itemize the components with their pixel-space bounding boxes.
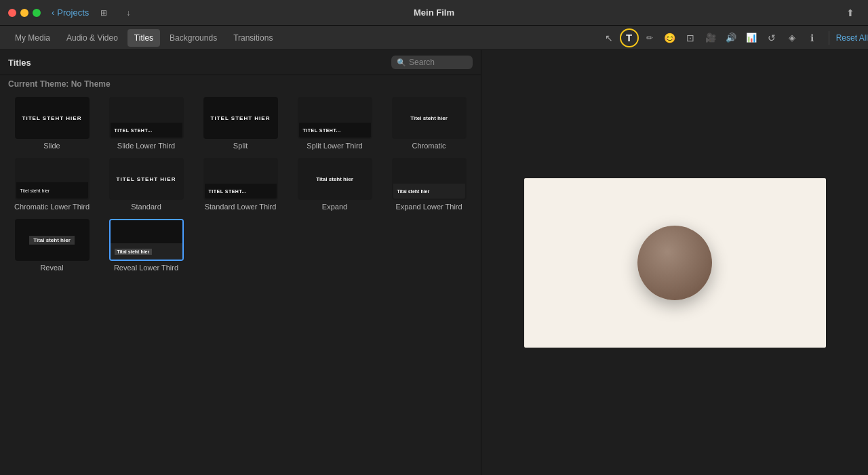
title-label: Standard Lower Third [205, 203, 277, 211]
preview-area: 6 [481, 50, 868, 475]
thumb-text: TITEL STEHT HIER [20, 115, 85, 121]
list-item[interactable]: Tital steht hier Reveal Lower Third [102, 219, 190, 272]
theme-label: Current Theme: No Theme [0, 75, 481, 94]
thumb-text: Titel steht hier [410, 115, 448, 121]
thumb-text: Titel steht hier [20, 188, 50, 193]
thumb-text: Tital steht hier [397, 189, 430, 194]
cursor-tool[interactable]: ↖ [599, 28, 618, 47]
face-tool[interactable]: 😊 [660, 28, 679, 47]
list-item[interactable]: Tital steht hier Expand Lower Third [385, 158, 473, 211]
panel-header: Titles 🔍 [0, 50, 481, 75]
right-panel: 6 [481, 50, 868, 475]
thumb-text: TITEL STEHT... [303, 128, 341, 133]
thumb-text: Tital steht hier [29, 236, 75, 245]
preview-circle [637, 226, 712, 300]
thumb-text: Tital steht hier [316, 176, 353, 182]
list-item[interactable]: TITEL STEHT... Split Lower Third [291, 97, 378, 150]
list-item[interactable]: TITEL STEHT HIER Standard [102, 158, 190, 211]
thumb-text: TITEL STEHT... [115, 128, 153, 133]
list-item[interactable]: TITEL STEHT HIER Slide [8, 97, 96, 150]
title-thumbnail[interactable]: TITEL STEHT... [203, 158, 278, 200]
title-bar-right: ⬆ [841, 3, 860, 22]
title-label: Slide [43, 142, 60, 150]
share-icon[interactable]: ⬆ [841, 3, 860, 22]
traffic-lights [8, 9, 41, 17]
reset-all-button[interactable]: Reset All [836, 33, 868, 43]
crop-tool[interactable]: ⊡ [681, 28, 700, 47]
title-thumbnail[interactable]: Titel steht hier [392, 97, 467, 139]
close-button[interactable] [8, 9, 16, 17]
tab-transitions[interactable]: Transitions [226, 29, 279, 47]
list-item[interactable]: Titel steht hier Chromatic [385, 97, 473, 150]
title-thumbnail[interactable]: Tital steht hier [298, 158, 372, 200]
thumb-text: TITEL STEHT HIER [117, 176, 176, 182]
title-label: Slide Lower Third [117, 142, 175, 150]
title-label: Expand Lower Third [395, 203, 462, 211]
list-item[interactable]: TITEL STEHT... Standard Lower Third [197, 158, 284, 211]
tab-backgrounds[interactable]: Backgrounds [163, 29, 224, 47]
title-label: Split [233, 142, 248, 150]
title-label: Standard [131, 203, 161, 211]
main-layout: Titles 🔍 Current Theme: No Theme TITEL S… [0, 50, 868, 475]
title-thumbnail[interactable]: Tital steht hier [109, 219, 184, 261]
nav-tool-area: ↖ T ✏ 😊 ⊡ 🎥 🔊 📊 ↺ ◈ ℹ Reset All [599, 28, 868, 47]
mask-tool[interactable]: ◈ [783, 28, 802, 47]
nav-bar: My Media Audio & Video Titles Background… [0, 26, 868, 50]
thumb-text: Tital steht hier [115, 249, 153, 255]
left-panel: Titles 🔍 Current Theme: No Theme TITEL S… [0, 50, 481, 475]
reverse-tool[interactable]: ↺ [762, 28, 781, 47]
draw-tool[interactable]: ✏ [640, 28, 659, 47]
preview-canvas: 6 [524, 178, 826, 348]
audio-tool[interactable]: 🔊 [722, 28, 741, 47]
thumb-text: TITEL STEHT HIER [211, 115, 271, 121]
layout-icon[interactable]: ⊞ [94, 3, 113, 22]
list-item[interactable]: Titel steht hier Chromatic Lower Third [8, 158, 96, 211]
title-thumbnail[interactable]: Tital steht hier [392, 158, 467, 200]
search-bar[interactable]: 🔍 [391, 56, 473, 69]
thumb-text: TITEL STEHT... [209, 189, 247, 194]
title-thumbnail[interactable]: TITEL STEHT HIER [109, 158, 184, 200]
nav-tabs: My Media Audio & Video Titles Background… [0, 26, 288, 49]
list-item[interactable]: TITEL STEHT HIER Split [197, 97, 284, 150]
title-label: Expand [322, 203, 347, 211]
title-thumbnail[interactable]: Titel steht hier [15, 158, 90, 200]
search-input[interactable] [409, 58, 463, 67]
window-title: Mein Film [414, 7, 454, 18]
title-thumbnail[interactable]: Tital steht hier [15, 219, 90, 261]
title-label: Chromatic Lower Third [14, 203, 90, 211]
titles-grid: TITEL STEHT HIER Slide TITEL STEHT... Sl… [0, 94, 481, 280]
list-item[interactable]: Tital steht hier Expand [291, 158, 378, 211]
info-tool[interactable]: ℹ [803, 28, 822, 47]
camera-tool[interactable]: 🎥 [701, 28, 720, 47]
title-label: Reveal Lower Third [114, 264, 178, 272]
tab-my-media[interactable]: My Media [8, 29, 57, 47]
panel-title: Titles [8, 58, 31, 68]
back-button[interactable]: ‹ Projects [52, 7, 89, 18]
list-item[interactable]: Tital steht hier Reveal [8, 219, 96, 272]
search-icon: 🔍 [397, 58, 406, 67]
maximize-button[interactable] [33, 9, 41, 17]
tab-audio-video[interactable]: Audio & Video [60, 29, 125, 47]
arrow-down-icon[interactable]: ↓ [119, 3, 138, 22]
tab-titles[interactable]: Titles [127, 29, 160, 47]
text-tool[interactable]: T [620, 28, 639, 47]
back-label: Projects [57, 7, 89, 18]
list-item[interactable]: TITEL STEHT... Slide Lower Third [102, 97, 190, 150]
title-thumbnail[interactable]: TITEL STEHT... [109, 97, 184, 139]
title-bar: ‹ Projects ⊞ ↓ Mein Film ⬆ [0, 0, 868, 26]
title-thumbnail[interactable]: TITEL STEHT HIER [203, 97, 278, 139]
chart-tool[interactable]: 📊 [742, 28, 761, 47]
title-label: Reveal [40, 264, 63, 272]
title-thumbnail[interactable]: TITEL STEHT... [298, 97, 372, 139]
title-label: Split Lower Third [307, 142, 362, 150]
title-bar-left: ‹ Projects ⊞ ↓ [8, 3, 138, 22]
title-label: Chromatic [412, 142, 446, 150]
back-chevron-icon: ‹ [52, 7, 54, 18]
title-thumbnail[interactable]: TITEL STEHT HIER [15, 97, 90, 139]
minimize-button[interactable] [20, 9, 28, 17]
